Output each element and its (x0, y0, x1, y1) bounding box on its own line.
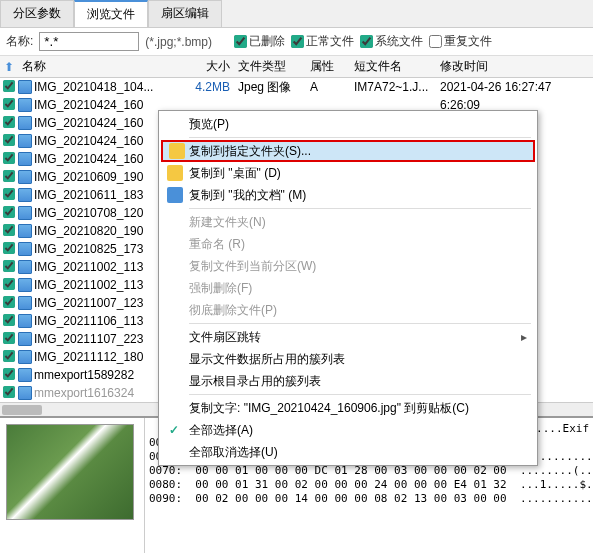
image-file-icon (18, 296, 32, 310)
name-filter-input[interactable] (39, 32, 139, 51)
file-name: IMG_20210825_173 (34, 242, 143, 256)
row-checkbox[interactable] (3, 242, 15, 254)
menu-sector-jump[interactable]: 文件扇区跳转▸ (161, 326, 535, 348)
filter-bar: 名称: (*.jpg;*.bmp) 已删除 正常文件 系统文件 重复文件 (0, 28, 593, 56)
tab-bar: 分区参数 浏览文件 扇区编辑 (0, 0, 593, 28)
image-file-icon (18, 134, 32, 148)
chevron-right-icon: ▸ (521, 330, 527, 344)
row-checkbox[interactable] (3, 170, 15, 182)
image-file-icon (18, 116, 32, 130)
image-file-icon (18, 332, 32, 346)
up-icon[interactable]: ⬆ (0, 60, 18, 74)
col-short[interactable]: 短文件名 (354, 58, 440, 75)
row-checkbox[interactable] (3, 188, 15, 200)
tab-sector-edit[interactable]: 扇区编辑 (148, 0, 222, 27)
row-checkbox[interactable] (3, 296, 15, 308)
chk-system[interactable]: 系统文件 (360, 33, 423, 50)
chk-dup[interactable]: 重复文件 (429, 33, 492, 50)
menu-deselect-all[interactable]: 全部取消选择(U) (161, 441, 535, 463)
file-name: IMG_20211112_180 (34, 350, 143, 364)
menu-show-data-clusters[interactable]: 显示文件数据所占用的簇列表 (161, 348, 535, 370)
row-checkbox[interactable] (3, 278, 15, 290)
column-headers: ⬆ 名称 大小 文件类型 属性 短文件名 修改时间 (0, 56, 593, 78)
file-name: IMG_20210820_190 (34, 224, 143, 238)
image-file-icon (18, 206, 32, 220)
row-checkbox[interactable] (3, 260, 15, 272)
file-name: IMG_20210708_120 (34, 206, 143, 220)
col-type[interactable]: 文件类型 (238, 58, 310, 75)
col-size[interactable]: 大小 (186, 58, 238, 75)
image-file-icon (18, 152, 32, 166)
image-file-icon (18, 98, 32, 112)
image-file-icon (18, 350, 32, 364)
file-size: 4.2MB (186, 80, 238, 94)
row-checkbox[interactable] (3, 350, 15, 362)
row-checkbox[interactable] (3, 206, 15, 218)
scroll-thumb[interactable] (2, 405, 42, 415)
menu-show-root-clusters[interactable]: 显示根目录占用的簇列表 (161, 370, 535, 392)
file-name: IMG_20210424_160 (34, 116, 143, 130)
chk-deleted[interactable]: 已删除 (234, 33, 285, 50)
preview-pane (0, 418, 145, 553)
col-date[interactable]: 修改时间 (440, 58, 593, 75)
menu-new-folder: 新建文件夹(N) (161, 211, 535, 233)
row-checkbox[interactable] (3, 368, 15, 380)
file-shortname: IM7A72~1.J... (354, 80, 440, 94)
image-file-icon (18, 170, 32, 184)
file-name: IMG_20211106_113 (34, 314, 143, 328)
image-file-icon (18, 188, 32, 202)
row-checkbox[interactable] (3, 134, 15, 146)
file-name: IMG_20210611_183 (34, 188, 143, 202)
file-attr: A (310, 80, 354, 94)
folder-icon (167, 165, 183, 181)
image-file-icon (18, 242, 32, 256)
menu-copy-desktop[interactable]: 复制到 "桌面" (D) (161, 162, 535, 184)
row-checkbox[interactable] (3, 332, 15, 344)
row-checkbox[interactable] (3, 386, 15, 398)
row-checkbox[interactable] (3, 98, 15, 110)
context-menu: 预览(P) 复制到指定文件夹(S)... 复制到 "桌面" (D) 复制到 "我… (158, 110, 538, 466)
menu-rename: 重命名 (R) (161, 233, 535, 255)
file-name: mmexport1589282 (34, 368, 134, 382)
image-file-icon (18, 368, 32, 382)
row-checkbox[interactable] (3, 116, 15, 128)
folder-icon (167, 187, 183, 203)
file-name: IMG_20211002_113 (34, 278, 143, 292)
image-file-icon (18, 260, 32, 274)
file-name: IMG_20210418_104... (34, 80, 153, 94)
row-checkbox[interactable] (3, 152, 15, 164)
menu-copy-text[interactable]: 复制文字: "IMG_20210424_160906.jpg" 到剪贴板(C) (161, 397, 535, 419)
row-checkbox[interactable] (3, 80, 15, 92)
menu-select-all[interactable]: ✓ 全部选择(A) (161, 419, 535, 441)
menu-copy-to-folder[interactable]: 复制到指定文件夹(S)... (161, 140, 535, 162)
file-name: IMG_20210609_190 (34, 170, 143, 184)
menu-perm-del: 彻底删除文件(P) (161, 299, 535, 321)
file-name: IMG_20211002_113 (34, 260, 143, 274)
table-row[interactable]: IMG_20210418_104...4.2MBJpeg 图像AIM7A72~1… (0, 78, 593, 96)
menu-force-del: 强制删除(F) (161, 277, 535, 299)
image-file-icon (18, 278, 32, 292)
menu-preview[interactable]: 预览(P) (161, 113, 535, 135)
file-name: IMG_20211107_223 (34, 332, 143, 346)
ext-hint: (*.jpg;*.bmp) (145, 35, 212, 49)
col-attr[interactable]: 属性 (310, 58, 354, 75)
check-icon: ✓ (169, 423, 179, 437)
file-name: mmexport1616324 (34, 386, 134, 400)
image-file-icon (18, 386, 32, 400)
preview-image (6, 424, 134, 520)
file-type: Jpeg 图像 (238, 79, 310, 96)
image-file-icon (18, 80, 32, 94)
tab-browse-files[interactable]: 浏览文件 (74, 0, 148, 27)
file-date: 2021-04-26 16:27:47 (440, 80, 593, 94)
row-checkbox[interactable] (3, 224, 15, 236)
name-label: 名称: (6, 33, 33, 50)
file-name: IMG_20211007_123 (34, 296, 143, 310)
image-file-icon (18, 314, 32, 328)
file-name: IMG_20210424_160 (34, 98, 143, 112)
menu-copy-docs[interactable]: 复制到 "我的文档" (M) (161, 184, 535, 206)
tab-partition-params[interactable]: 分区参数 (0, 0, 74, 27)
col-name[interactable]: 名称 (18, 58, 186, 75)
row-checkbox[interactable] (3, 314, 15, 326)
file-name: IMG_20210424_160 (34, 152, 143, 166)
chk-normal[interactable]: 正常文件 (291, 33, 354, 50)
